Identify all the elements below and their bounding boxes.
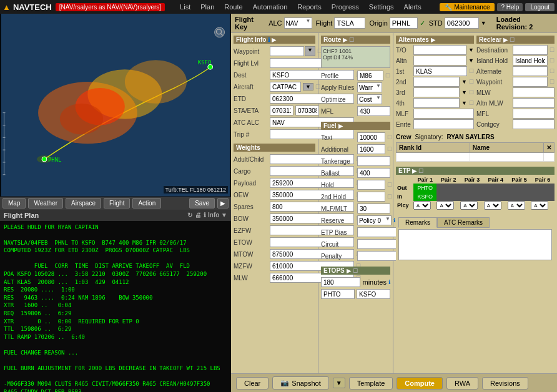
apply-rules-select[interactable]: Warn Error Off	[357, 82, 382, 92]
weights-header: Weights	[234, 144, 315, 152]
first-alt-input[interactable]	[413, 66, 467, 76]
snapshot-button[interactable]: 📷 Snapshot	[272, 376, 328, 390]
route-fuel-column: Route ▶ ☐ CHF? 1001Opt Dil 74% Profile ☐…	[318, 33, 393, 373]
reclear-dest-input[interactable]	[513, 45, 548, 55]
nav-automation[interactable]: Automation	[248, 2, 293, 12]
remarks-tab[interactable]: Remarks	[398, 217, 437, 228]
hold2-input[interactable]	[357, 192, 385, 202]
reclear-altn-mlw-input[interactable]	[513, 98, 555, 108]
etp-in-pair4	[484, 192, 508, 201]
flight-info-icon[interactable]: ℹ	[268, 37, 270, 43]
alc-select[interactable]: NAV	[284, 17, 312, 29]
snapshot-extra-icon[interactable]: ▼	[333, 378, 345, 388]
fp-info-icon[interactable]: ℹ Info ▼	[204, 212, 227, 218]
clear-button[interactable]: Clear	[236, 377, 269, 390]
entre-input[interactable]	[413, 119, 474, 129]
flight-button[interactable]: Flight	[104, 198, 130, 208]
etp-plcy-select-1[interactable]: A	[413, 201, 431, 210]
action-button[interactable]: Action	[132, 198, 161, 208]
etops-minutes-input[interactable]	[321, 277, 360, 287]
crew-rank-input[interactable]	[399, 154, 467, 160]
tankerage-input[interactable]	[357, 156, 390, 166]
second-alt-expand-icon: ▼	[461, 79, 467, 85]
reclear-waypoint-input[interactable]	[513, 77, 548, 87]
ballast-input[interactable]	[357, 168, 390, 178]
logout-button[interactable]: Logout	[525, 3, 555, 11]
nav-route[interactable]: Route	[219, 2, 247, 12]
eta-input[interactable]	[295, 105, 319, 115]
island-hold-input[interactable]	[513, 56, 548, 66]
crew-rank-cell[interactable]	[397, 153, 470, 162]
waypoint-expand-btn[interactable]: ▼	[305, 46, 315, 56]
atc-remarks-tab[interactable]: ATC Remarks	[437, 217, 490, 228]
nav-plan[interactable]: Plan	[195, 2, 219, 12]
crew-name-cell[interactable]	[470, 153, 543, 162]
save-button[interactable]: Save	[189, 198, 215, 208]
template-button[interactable]: Template	[349, 377, 393, 390]
additional-input[interactable]	[357, 144, 385, 154]
help-button[interactable]: ? Help	[497, 3, 523, 11]
expand-arrow-button[interactable]: ▶	[217, 198, 229, 208]
optimize-select[interactable]: Cost Fuel Time	[357, 94, 382, 104]
reserve-select[interactable]: Policy 0 Policy 1	[357, 215, 392, 225]
ezfw-row: EZFW	[234, 225, 315, 235]
airspace-button[interactable]: Airspace	[66, 198, 101, 208]
map-button[interactable]: Map	[2, 198, 26, 208]
etops-info-icon[interactable]: ℹ	[388, 279, 390, 285]
compute-button[interactable]: Compute	[397, 377, 443, 390]
nav-settings[interactable]: Settings	[364, 2, 399, 12]
flight-info-expand[interactable]: ▶	[272, 37, 276, 43]
fp-refresh-icon[interactable]: ↻	[187, 212, 192, 218]
aircraft-expand-btn[interactable]: ▼	[303, 83, 313, 91]
aircraft-input[interactable]	[270, 82, 301, 92]
nav-alerts[interactable]: Alerts	[399, 2, 426, 12]
etp-plcy-select-5[interactable]: A	[508, 201, 525, 210]
etp-plcy-select-6[interactable]: A	[531, 201, 548, 210]
entre-row: Enrte	[396, 119, 474, 129]
maintenance-button[interactable]: 🔧 Maintenance	[440, 3, 495, 11]
crew-delete-icon[interactable]: ✕	[546, 144, 551, 151]
etp-plcy-select-2[interactable]: A	[436, 201, 454, 210]
second-alt-input[interactable]	[413, 77, 460, 87]
hold-input[interactable]	[357, 180, 385, 190]
flight-input[interactable]	[334, 17, 365, 29]
reclear-mlw-row: MLW	[476, 87, 555, 97]
signatory-name: RYAN SAYLERS	[446, 134, 494, 140]
third-alt-input[interactable]	[413, 87, 460, 97]
mfl-input[interactable]	[357, 106, 390, 116]
mfl-label: MFL	[321, 108, 355, 115]
nav-reports[interactable]: Reports	[292, 2, 327, 12]
rwa-button[interactable]: RWA	[446, 377, 478, 390]
std-input[interactable]	[445, 17, 479, 29]
etp-plcy-select-4[interactable]: A	[484, 201, 501, 210]
nav-progress[interactable]: Progress	[327, 2, 364, 12]
etd-label: ETD	[234, 96, 268, 102]
revisions-button[interactable]: Revisions	[482, 377, 528, 390]
map-toolbar: Map Weather Airspace Flight Action Save …	[0, 197, 231, 210]
reclear-mfl-input[interactable]	[513, 109, 555, 119]
reclear-alt-input[interactable]	[513, 66, 548, 76]
mlf-alt-input[interactable]	[413, 109, 474, 119]
crew-row-action	[543, 153, 554, 162]
altn-input[interactable]	[413, 56, 466, 66]
nav-list[interactable]: List	[175, 2, 195, 12]
waypoint-input[interactable]	[270, 46, 304, 56]
weather-button[interactable]: Weather	[28, 198, 63, 208]
taxi-input[interactable]	[357, 132, 385, 142]
remarks-textarea[interactable]	[398, 229, 552, 260]
reclear-mlw-input[interactable]	[513, 87, 555, 97]
profile-input[interactable]	[357, 71, 383, 81]
etops-ksfo-input[interactable]	[357, 289, 390, 299]
origin-input[interactable]	[390, 17, 418, 29]
sta-input[interactable]	[270, 105, 293, 115]
fp-print-icon[interactable]: 🖨	[195, 212, 201, 218]
etops-phto-input[interactable]	[321, 289, 355, 299]
etp-out-label: Out	[396, 184, 413, 192]
reclear-contgcy-input[interactable]	[513, 119, 555, 129]
crew-name-input[interactable]	[473, 154, 541, 160]
fourth-alt-input[interactable]	[413, 98, 460, 108]
mlf-mlt-input[interactable]	[357, 203, 390, 213]
etp-plcy-select-3[interactable]: A	[460, 201, 478, 210]
to-input[interactable]	[413, 45, 466, 55]
flight-label: Flight	[316, 19, 333, 27]
